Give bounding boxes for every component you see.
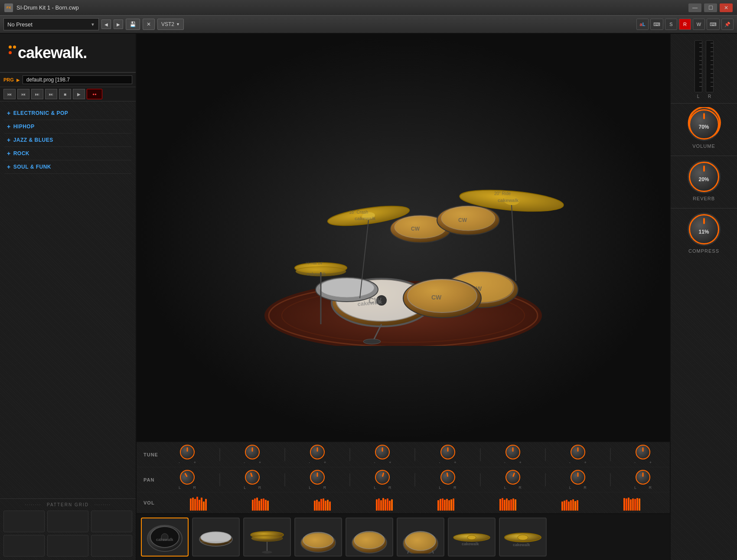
pan-knob-control-3[interactable] <box>310 470 325 485</box>
vst2-arrow: ▼ <box>176 22 180 26</box>
drum-thumb-kick[interactable]: cakewalk <box>141 518 189 557</box>
vu-tick <box>711 82 713 82</box>
pan-knob-7: LR <box>569 470 587 490</box>
svg-text:CW: CW <box>431 294 442 301</box>
tune-knob-control-8[interactable] <box>636 445 650 459</box>
pattern-grid-section: ········ PATTERN GRID ········ <box>0 498 136 560</box>
drum-thumb-crash[interactable]: cakewalk <box>448 518 496 557</box>
volume-knob[interactable]: 70% <box>689 109 719 140</box>
drum-thumb-snare[interactable] <box>192 518 240 557</box>
tune-knob-5: -+ <box>439 445 457 465</box>
vu-tick <box>699 60 702 61</box>
pattern-cell-1[interactable] <box>3 511 45 532</box>
volume-knob-wrap: 70% <box>687 107 721 142</box>
w-button[interactable]: W <box>693 19 705 30</box>
pin-button[interactable]: 📌 <box>721 19 734 30</box>
reverb-knob-wrap: 20% <box>687 160 721 194</box>
prg-arrow[interactable]: ▶ <box>16 78 20 82</box>
tune-knob-control-6[interactable] <box>505 445 520 459</box>
play-button[interactable]: ▶ <box>73 89 85 99</box>
drum-thumb-ride[interactable]: cakewalk <box>499 518 547 557</box>
tune-row: TUNE - + -+ <box>137 442 670 467</box>
pattern-cell-6[interactable] <box>91 535 132 557</box>
tune-knob-control-7[interactable] <box>571 445 585 459</box>
prev-preset-button[interactable]: ◀ <box>101 20 111 29</box>
stop-button[interactable]: ■ <box>59 89 71 99</box>
tune-knob-control-4[interactable] <box>375 445 390 459</box>
pan-knob-control-5[interactable] <box>439 469 456 485</box>
rewind2-button[interactable]: ⏮ <box>17 89 29 99</box>
pan-knob-control-1[interactable] <box>177 467 197 487</box>
s-button[interactable]: S <box>665 19 677 30</box>
close-button[interactable]: ✕ <box>720 3 733 12</box>
knob-separator <box>349 448 350 461</box>
pan-knob-control-2[interactable] <box>243 468 262 487</box>
category-item-jazz[interactable]: + JAZZ & BLUES <box>4 133 131 147</box>
r-button[interactable]: R <box>679 19 691 30</box>
minimize-button[interactable]: — <box>688 3 701 12</box>
vu-tick <box>699 73 702 74</box>
preset-label: No Preset <box>7 21 33 28</box>
category-label: HIPHOP <box>13 124 35 130</box>
knob-separator <box>480 448 481 461</box>
tune-knob-control-3[interactable] <box>310 445 325 459</box>
keyboard2-button[interactable]: ⌨ <box>707 19 720 30</box>
record-button[interactable]: ●● <box>87 89 102 99</box>
keyboard-button[interactable]: ⌨ <box>650 19 663 30</box>
category-item-rock[interactable]: + ROCK <box>4 147 131 160</box>
pattern-cell-3[interactable] <box>91 511 132 532</box>
knob-separator <box>545 448 546 461</box>
save-preset-button[interactable]: 💾 <box>126 19 140 30</box>
svg-point-53 <box>303 532 333 548</box>
pattern-cell-5[interactable] <box>47 535 88 557</box>
drum-thumb-hihat[interactable] <box>243 518 291 557</box>
drum-thumb-tom1[interactable] <box>294 518 342 557</box>
knob-separator <box>610 448 611 461</box>
al-button[interactable]: aL <box>636 19 649 30</box>
pan-knob-group: LR LR LR LR <box>167 470 663 490</box>
category-item-soul[interactable]: + SOUL & FUNK <box>4 160 131 174</box>
pan-knob-control-4[interactable] <box>374 468 392 486</box>
pan-knob-control-8[interactable] <box>636 470 650 485</box>
preset-dropdown[interactable]: No Preset ▼ <box>3 18 99 30</box>
tune-label: TUNE <box>143 452 167 457</box>
drum-thumbnails: cakewalk <box>137 513 670 560</box>
svg-text:cakewalk: cakewalk <box>462 542 479 546</box>
pattern-cell-4[interactable] <box>3 535 45 557</box>
vst2-button[interactable]: VST2 ▼ <box>157 19 184 30</box>
drum-thumb-floortom[interactable] <box>397 518 444 557</box>
reverb-knob[interactable]: 20% <box>689 162 719 192</box>
rewind-button[interactable]: ⏮ <box>3 89 16 99</box>
category-item-electronic[interactable]: + ELECTRONIC & POP <box>4 107 131 120</box>
tune-knob-control-1[interactable] <box>180 445 195 459</box>
delete-preset-button[interactable]: ✕ <box>143 19 155 30</box>
tune-knob-control-5[interactable] <box>440 445 455 459</box>
prg-label: PRG <box>3 77 14 82</box>
compress-knob[interactable]: 11% <box>689 214 719 244</box>
vu-tick <box>699 56 702 56</box>
pan-knob-2: LR <box>244 470 261 490</box>
pan-marker-7: LR <box>569 485 587 490</box>
category-label: JAZZ & BLUES <box>13 137 53 143</box>
tune-knob-label-2: -+ <box>244 460 261 465</box>
vu-tick <box>711 69 713 69</box>
pan-knob-3: LR <box>309 470 326 490</box>
category-item-hiphop[interactable]: + HIPHOP <box>4 120 131 133</box>
svg-point-46 <box>201 532 231 543</box>
vu-tick <box>699 52 702 52</box>
tune-knob-group: - + -+ -+ <box>167 445 663 465</box>
pattern-cell-2[interactable] <box>47 511 88 532</box>
pan-knob-control-6[interactable] <box>503 468 522 487</box>
pan-knob-control-7[interactable] <box>571 470 585 485</box>
tune-plus-1: + <box>194 460 196 465</box>
compress-section: 11% COMPRESS <box>671 208 737 257</box>
fastfwd-button[interactable]: ⏭ <box>31 89 43 99</box>
tune-knob-control-2[interactable] <box>245 445 260 459</box>
drum-thumb-tom2[interactable] <box>346 518 393 557</box>
next-preset-button[interactable]: ▶ <box>114 20 123 29</box>
svg-text:cakewalk: cakewalk <box>498 198 519 203</box>
maximize-button[interactable]: ☐ <box>704 3 717 12</box>
fastfwd2-button[interactable]: ⏭ <box>45 89 57 99</box>
category-label: ELECTRONIC & POP <box>13 110 68 116</box>
vu-meter-right: R <box>706 40 714 99</box>
